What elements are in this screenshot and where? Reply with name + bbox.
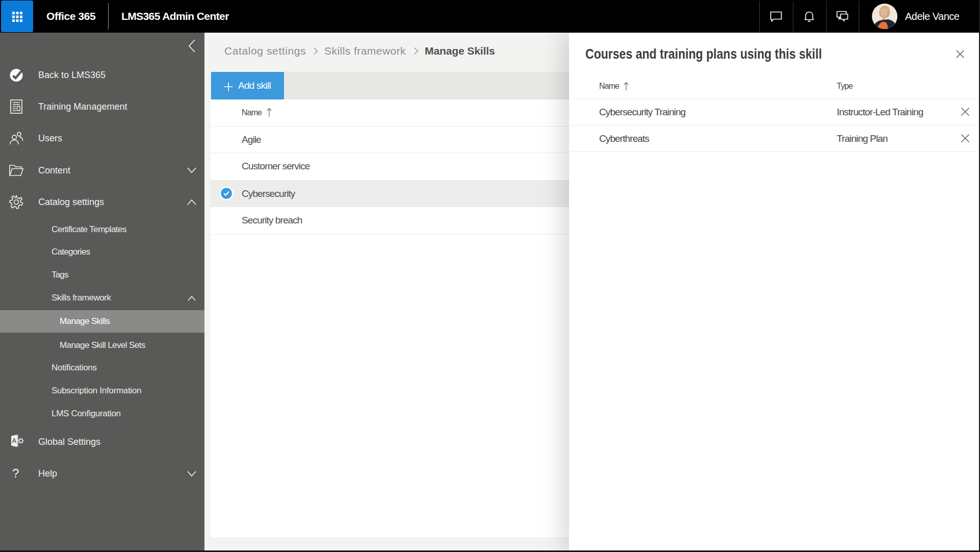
svg-text:A: A [12, 437, 17, 444]
